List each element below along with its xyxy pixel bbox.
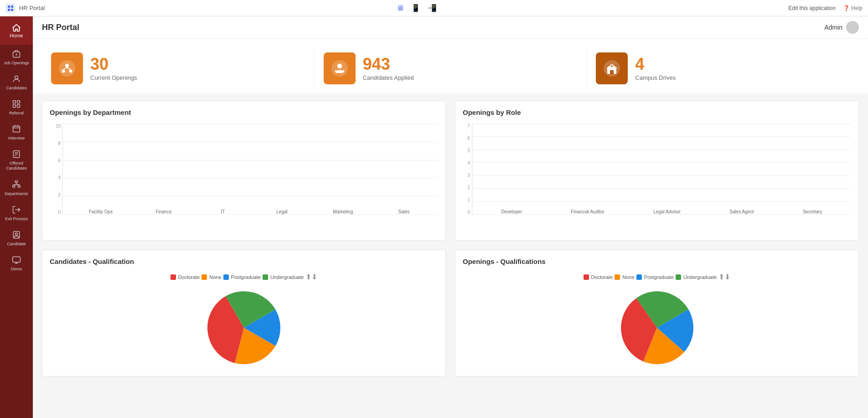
svg-point-29 (16, 232, 18, 235)
pie-scroll-btn[interactable]: ⬆⬇ (305, 273, 317, 281)
bar-secretary: Secretary (803, 206, 822, 214)
y-label: 2 (50, 192, 61, 197)
stat-card-campus: 4 Campus Drives (587, 48, 859, 89)
sidebar-item-interview[interactable]: Interview (0, 120, 33, 145)
stat-label-candidates: Candidates Applied (363, 74, 414, 81)
legend-openings-undergraduate: Undergraduate (676, 274, 717, 280)
legend-doctorate: Doctorate (170, 274, 200, 280)
bar-charts-row: Openings by Department 0 2 4 6 8 10 (42, 101, 859, 241)
edit-application-link[interactable]: Edit this application (789, 5, 836, 11)
pie-qual-container: Doctorate None Postgraduate (50, 273, 438, 369)
stat-number-campus: 4 (635, 56, 676, 72)
y-label-role: 6 (463, 136, 470, 141)
y-label: 0 (50, 210, 61, 215)
y-label-role: 2 (463, 185, 470, 190)
svg-point-48 (611, 65, 613, 67)
sidebar-item-offered-candidates[interactable]: Offered Candidates (0, 145, 33, 175)
svg-point-36 (69, 70, 72, 73)
pie-openings-container: Doctorate None Postgraduate (463, 273, 851, 369)
y-label-role: 5 (463, 148, 470, 153)
y-label: 10 (50, 124, 61, 129)
bar-financial-auditor: Financial Auditor (571, 206, 604, 214)
bar-developer: Developer (501, 206, 522, 214)
top-bar: HR Portal 🖥 📱 📲 Edit this application ❓ … (0, 0, 868, 16)
bar-facility-ops: Facility Ops (89, 206, 113, 214)
svg-point-43 (337, 64, 342, 68)
chart-openings-by-dept: Openings by Department 0 2 4 6 8 10 (42, 101, 446, 241)
svg-rect-8 (13, 101, 16, 103)
y-label-role: 3 (463, 173, 470, 178)
chart-role-title: Openings by Role (463, 108, 851, 116)
sidebar-item-demo[interactable]: Demo (0, 251, 33, 276)
top-bar-left: HR Portal (5, 3, 45, 13)
y-label-role: 7 (463, 124, 470, 129)
y-label-role: 0 (463, 210, 470, 215)
sidebar-label-departments: Departments (5, 191, 28, 196)
chart-openings-by-role: Openings by Role 0 1 2 3 4 5 6 7 (455, 101, 859, 241)
sidebar: Home Job Openings Candidates Referral In… (0, 16, 33, 418)
stat-icon-campus (596, 52, 628, 84)
pie-openings-scroll-btn[interactable]: ⬆⬇ (718, 273, 730, 281)
stat-card-openings: 30 Current Openings (42, 48, 315, 89)
bar-marketing: Marketing (333, 206, 353, 214)
chart-dept-title: Openings by Department (50, 108, 438, 116)
svg-rect-9 (17, 101, 20, 103)
stat-info-campus: 4 Campus Drives (635, 56, 676, 81)
chart-openings-qualification: Openings - Qualifications Doctorate None (455, 250, 859, 377)
sidebar-item-home[interactable]: Home (0, 16, 33, 45)
svg-rect-12 (13, 126, 20, 132)
tablet-icon[interactable]: 📱 (411, 4, 420, 12)
top-bar-actions: Edit this application ❓ Help (789, 5, 863, 11)
stat-icon-openings (51, 52, 83, 84)
chart-openings-qual-title: Openings - Qualifications (463, 258, 851, 265)
sidebar-label-referral: Referral (9, 111, 24, 115)
stat-number-candidates: 943 (363, 56, 414, 72)
stat-card-candidates: 943 Candidates Applied (315, 48, 587, 89)
mobile-icon[interactable]: 📲 (428, 4, 437, 12)
y-label: 4 (50, 175, 61, 180)
sidebar-item-candidates[interactable]: Candidates (0, 70, 33, 95)
svg-point-35 (62, 70, 65, 73)
sidebar-label-demo: Demo (11, 267, 22, 271)
stats-row: 30 Current Openings 943 (33, 39, 868, 93)
y-label-role: 1 (463, 197, 470, 202)
help-link[interactable]: ❓ Help (843, 5, 863, 11)
top-bar-title: HR Portal (19, 5, 45, 11)
sidebar-label-offered: Offered Candidates (2, 161, 31, 171)
bar-legal: Legal (274, 206, 290, 214)
legend-none: None (202, 274, 221, 280)
y-label: 8 (50, 141, 61, 146)
svg-rect-2 (8, 9, 10, 11)
top-bar-devices: 🖥 📱 📲 (397, 4, 437, 12)
legend-undergraduate: Undergraduate (263, 274, 304, 280)
desktop-icon[interactable]: 🖥 (397, 4, 404, 12)
pie-charts-row: Candidates - Qualification Doctorate Non… (42, 250, 859, 377)
sidebar-item-job-openings[interactable]: Job Openings (0, 45, 33, 70)
svg-rect-21 (13, 185, 15, 187)
avatar (846, 21, 859, 34)
sidebar-item-exit-process[interactable]: Exit Process (0, 201, 33, 226)
bar-sales-agent: Sales Agent (729, 206, 754, 214)
app-logo (5, 3, 16, 13)
legend-openings-none: None (615, 274, 634, 280)
svg-rect-0 (8, 5, 10, 8)
admin-label: Admin (824, 24, 842, 31)
svg-point-33 (59, 60, 75, 77)
bar-sales: Sales (396, 206, 412, 214)
main-container: Home Job Openings Candidates Referral In… (0, 16, 868, 418)
chart-qual-title: Candidates - Qualification (50, 258, 438, 265)
pie-chart-openings (607, 287, 707, 369)
svg-rect-3 (11, 9, 13, 11)
sidebar-label-candidates: Candidates (6, 86, 27, 90)
bar-finance: Finance (155, 206, 172, 214)
sidebar-item-candidate[interactable]: Candidate (0, 226, 33, 251)
sidebar-home-label: Home (10, 33, 23, 38)
svg-rect-47 (610, 70, 614, 74)
sidebar-item-referral[interactable]: Referral (0, 95, 33, 120)
svg-rect-22 (18, 185, 20, 187)
content-header: HR Portal Admin (33, 16, 868, 39)
svg-rect-30 (13, 257, 21, 262)
svg-rect-20 (16, 181, 18, 182)
sidebar-item-departments[interactable]: Departments (0, 175, 33, 201)
chart-candidates-qualification: Candidates - Qualification Doctorate Non… (42, 250, 446, 377)
